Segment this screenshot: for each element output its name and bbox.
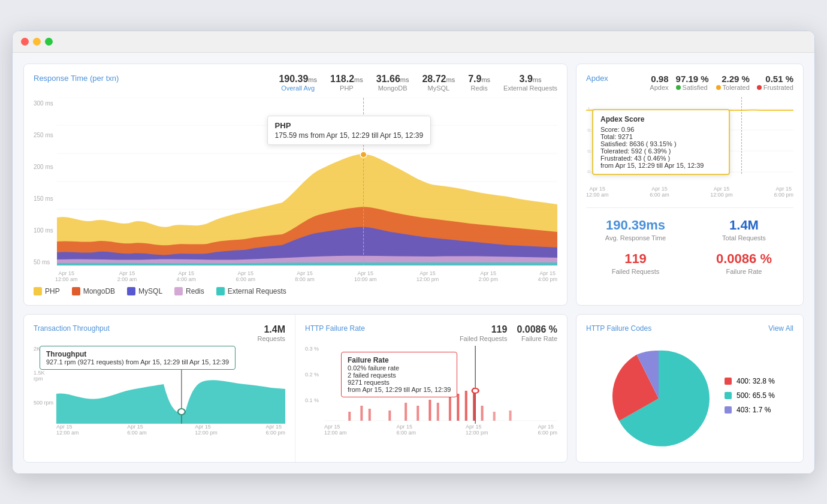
legend-mongodb-label: MongoDB: [83, 287, 115, 295]
throughput-tooltip-val: 927.1 rpm (9271 requests) from Apr 15, 1…: [46, 358, 229, 366]
metric-mysql-value: 28.72ms: [422, 74, 455, 84]
failure-rate-label: Failure Rate: [517, 335, 557, 342]
apdex-title: Apdex: [586, 74, 608, 83]
apdex-chart-area: Apdex Score Score: 0.96 Total: 9271 Sati…: [586, 97, 793, 181]
minimize-button[interactable]: [33, 38, 41, 46]
stat-rate-val: 0.0086 %: [695, 251, 793, 267]
apdex-label: Apdex: [650, 84, 668, 91]
satisfied-val: 97.19 %: [676, 74, 709, 84]
stat-avg-response: 190.39ms Avg. Response Time: [586, 218, 685, 242]
legend-mysql-dot: [127, 287, 135, 295]
svg-rect-31: [465, 391, 467, 421]
stat-total-label: Total Requests: [695, 234, 793, 242]
metric-overall-value: 190.39ms: [279, 74, 317, 84]
legend-403: 403: 1.7 %: [725, 406, 775, 414]
metric-php-value: 118.2ms: [330, 74, 363, 84]
svg-rect-21: [348, 412, 351, 421]
metric-mysql-label: MySQL: [422, 84, 455, 92]
response-tooltip: PHP 175.59 ms from Apr 15, 12:29 till Ap…: [267, 116, 431, 145]
y-label-150: 150 ms: [34, 195, 53, 202]
titlebar: [13, 31, 814, 53]
failure-tooltip-l1: 0.02% failure rate: [348, 364, 451, 372]
close-button[interactable]: [21, 38, 29, 46]
apdex-tooltip: Apdex Score Score: 0.96 Total: 9271 Sati…: [592, 109, 730, 175]
stat-total-requests: 1.4M Total Requests: [695, 218, 793, 242]
throughput-section: Transaction Throughput 1.4M Requests Thr…: [24, 315, 295, 462]
apdex-val: 0.98: [650, 74, 668, 84]
apdex-tooltip-satisfied: Satisfied: 8636 ( 93.15% ): [600, 140, 722, 147]
tp-x-2: Apr 156:00 am: [127, 424, 147, 436]
legend-redis-label: Redis: [186, 287, 204, 295]
metric-redis-label: Redis: [468, 84, 490, 92]
failure-rate-metric: 0.0086 %: [517, 324, 557, 335]
metric-mongodb: 31.66ms MongoDB: [376, 74, 409, 92]
metric-overall: 190.39ms Overall Avg: [279, 74, 317, 92]
frustrated-dot: [757, 85, 762, 90]
fr-y-2: 0.2 %: [305, 372, 322, 378]
stat-failed-requests: 119 Failed Requests: [586, 251, 685, 275]
stat-total-val: 1.4M: [695, 218, 793, 233]
legend-ext-dot: [216, 287, 225, 295]
x-label-5: Apr 158:00 am: [295, 270, 315, 282]
response-time-title: Response Time (per txn): [34, 74, 119, 83]
satisfied-dot: [676, 85, 681, 90]
svg-rect-34: [493, 412, 496, 421]
apdex-x-4: Apr 156:00 pm: [774, 186, 793, 198]
response-time-panel: Response Time (per txn) 190.39ms Overall…: [23, 64, 568, 306]
svg-rect-23: [369, 409, 371, 421]
stat-failure-rate: 0.0086 % Failure Rate: [695, 251, 793, 275]
response-time-metrics: 190.39ms Overall Avg 118.2ms PHP 31.66ms…: [279, 74, 557, 92]
failure-tooltip-title: Failure Rate: [348, 356, 451, 364]
legend-mongodb-dot: [72, 287, 80, 295]
svg-rect-25: [405, 403, 407, 421]
stat-avg-val: 190.39ms: [586, 218, 685, 233]
satisfied-label: Satisfied: [676, 84, 709, 91]
http-failure-chart-area: Failure Rate 0.02% failure rate 2 failed…: [305, 346, 557, 424]
stat-failed-val: 119: [586, 251, 685, 267]
failure-tooltip-l3: 9271 requests: [348, 379, 451, 386]
fr-x-4: Apr 156:00 pm: [538, 424, 557, 436]
fr-y-1: 0.3 %: [305, 346, 322, 352]
svg-point-8: [360, 152, 366, 158]
view-all-link[interactable]: View All: [768, 324, 793, 333]
throughput-chart-area: Throughput 927.1 rpm (9271 requests) fro…: [34, 346, 285, 424]
fr-x-3: Apr 1512:00 pm: [466, 424, 488, 436]
x-label-7: Apr 1512:00 pm: [416, 270, 439, 282]
legend-400-dot: [725, 378, 732, 385]
http-failure-title: HTTP Failure Rate: [305, 324, 365, 333]
maximize-button[interactable]: [45, 38, 53, 46]
metric-ext: 3.9ms External Requests: [503, 74, 557, 92]
tp-y-3: 500 rpm: [34, 400, 54, 406]
legend-redis: Redis: [174, 287, 204, 295]
svg-rect-29: [449, 397, 451, 421]
y-label-200: 200 ms: [34, 164, 53, 170]
svg-rect-28: [437, 403, 439, 421]
metric-php-label: PHP: [330, 84, 363, 92]
tp-x-4: Apr 156:00 pm: [265, 424, 285, 436]
x-label-8: Apr 152:00 pm: [479, 270, 499, 282]
y-label-100: 100 ms: [34, 227, 53, 234]
x-axis-labels: Apr 1512:00 am Apr 152:00 am Apr 154:00 …: [34, 270, 557, 282]
frustrated-label: Frustrated: [757, 84, 793, 91]
legend-php: PHP: [34, 287, 60, 295]
stat-failed-label: Failed Requests: [586, 268, 685, 275]
x-label-2: Apr 152:00 am: [117, 270, 137, 282]
y-label-250: 250 ms: [34, 132, 53, 138]
frustrated-val: 0.51 %: [757, 74, 793, 84]
chart-legend: PHP MongoDB MySQL Redis External Request…: [34, 287, 557, 295]
metric-redis-value: 7.9ms: [468, 74, 490, 84]
apdex-x-2: Apr 156:00 am: [650, 186, 669, 198]
svg-rect-35: [509, 411, 512, 421]
failed-req-metric: 119: [460, 324, 508, 335]
apdex-x-3: Apr 1512:00 pm: [710, 186, 733, 198]
apdex-tooltip-period: from Apr 15, 12:29 till Apr 15, 12:39: [600, 162, 722, 169]
failure-x-labels: Apr 1512:00 am Apr 156:00 am Apr 1512:00…: [305, 424, 557, 436]
stat-rate-label: Failure Rate: [695, 268, 793, 275]
main-window: Response Time (per txn) 190.39ms Overall…: [12, 31, 815, 474]
metric-php: 118.2ms PHP: [330, 74, 363, 92]
apdex-main-metric: 0.98 Apdex: [650, 74, 668, 91]
throughput-metric-label: Requests: [258, 335, 285, 342]
x-label-3: Apr 154:00 am: [177, 270, 197, 282]
throughput-tooltip: Throughput 927.1 rpm (9271 requests) fro…: [40, 346, 236, 370]
apdex-stats: 190.39ms Avg. Response Time 1.4M Total R…: [586, 207, 793, 275]
